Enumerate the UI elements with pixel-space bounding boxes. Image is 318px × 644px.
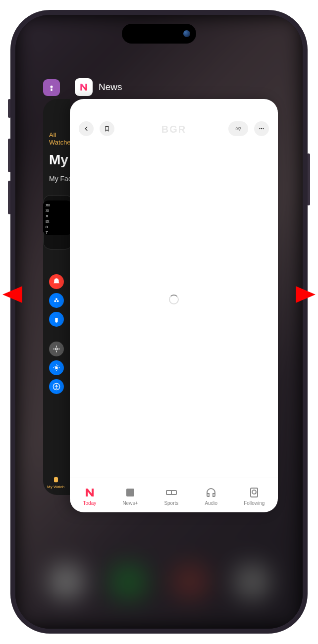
news-app-label: News bbox=[99, 82, 122, 93]
settings-section bbox=[49, 342, 70, 394]
following-icon bbox=[248, 487, 260, 498]
swipe-left-arrow-annotation bbox=[0, 277, 79, 314]
podcasts-app-icon bbox=[43, 79, 60, 96]
ellipsis-icon bbox=[258, 125, 265, 132]
svg-point-9 bbox=[259, 128, 260, 129]
phone-frame: All Watches My Apple Watch My Faces XIIX… bbox=[10, 10, 308, 634]
news-app-icon bbox=[75, 78, 93, 96]
news-app-header: News bbox=[75, 78, 122, 96]
dynamic-island bbox=[122, 24, 196, 44]
news-plus-icon bbox=[124, 487, 136, 498]
svg-point-10 bbox=[261, 128, 262, 129]
watch-title: My Apple Watch bbox=[49, 152, 70, 168]
watch-tabbar: My Watch bbox=[43, 473, 70, 495]
bookmark-button[interactable] bbox=[100, 121, 114, 136]
more-button[interactable] bbox=[254, 121, 269, 136]
water-complication-icon bbox=[49, 312, 64, 327]
loading-spinner bbox=[169, 295, 179, 304]
chevron-left-icon bbox=[83, 125, 90, 132]
today-icon bbox=[84, 487, 96, 498]
tab-audio[interactable]: Audio bbox=[205, 487, 217, 506]
thumbs-icon bbox=[235, 125, 242, 132]
svg-rect-12 bbox=[126, 489, 134, 496]
podcasts-icon bbox=[47, 83, 56, 93]
gear-icon bbox=[49, 342, 64, 356]
watch-tab-icon bbox=[52, 476, 60, 484]
svg-point-5 bbox=[55, 366, 57, 369]
tab-today[interactable]: Today bbox=[83, 487, 97, 506]
headphones-icon bbox=[205, 487, 217, 498]
svg-point-7 bbox=[56, 385, 57, 386]
watch-subtitle: My Faces bbox=[49, 175, 70, 183]
sports-icon bbox=[165, 487, 177, 498]
watch-top-tab: All Watches bbox=[49, 131, 70, 146]
thumbs-button[interactable] bbox=[228, 121, 248, 136]
screen: All Watches My Apple Watch My Faces XIIX… bbox=[15, 15, 303, 629]
app-switcher[interactable]: All Watches My Apple Watch My Faces XIIX… bbox=[15, 15, 303, 629]
news-source-title: BGR bbox=[161, 124, 186, 135]
bookmark-icon bbox=[104, 125, 110, 132]
swipe-right-arrow-annotation bbox=[239, 277, 318, 314]
brightness-icon bbox=[49, 360, 64, 375]
tab-news-plus[interactable]: News+ bbox=[122, 487, 138, 506]
front-camera bbox=[183, 30, 190, 37]
svg-rect-15 bbox=[251, 488, 258, 497]
news-tabbar: Today News+ Sports Audio bbox=[70, 478, 278, 512]
tab-my-watch: My Watch bbox=[47, 476, 64, 495]
svg-line-17 bbox=[255, 493, 256, 494]
watch-face: XIIXIXIX87 bbox=[43, 200, 70, 235]
news-n-icon bbox=[79, 82, 89, 92]
svg-point-11 bbox=[263, 128, 264, 129]
tab-sports[interactable]: Sports bbox=[164, 487, 178, 506]
accessibility-icon bbox=[49, 379, 64, 394]
svg-point-0 bbox=[51, 86, 53, 88]
back-button[interactable] bbox=[79, 121, 94, 136]
tab-following[interactable]: Following bbox=[244, 487, 265, 506]
svg-rect-8 bbox=[54, 477, 58, 483]
watch-preview: XIIXIXIX87 bbox=[43, 195, 70, 249]
svg-point-4 bbox=[55, 348, 57, 350]
